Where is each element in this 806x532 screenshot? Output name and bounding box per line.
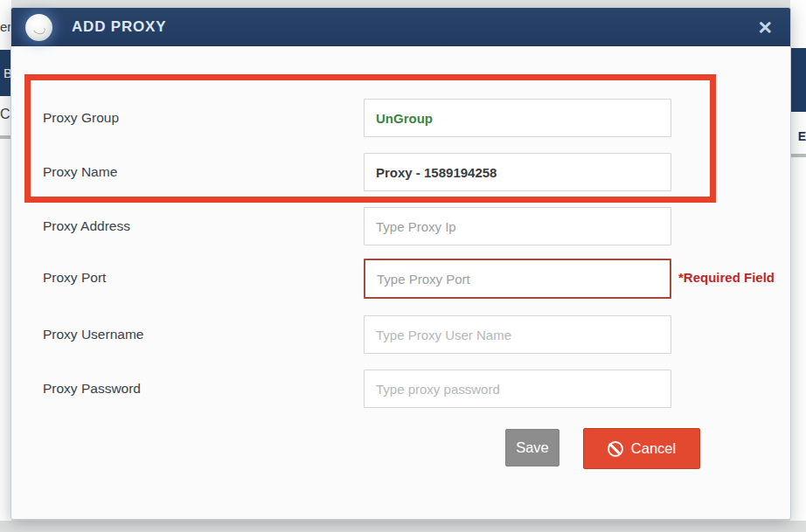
form-row-proxy-password: Proxy Password [11,370,790,408]
close-icon[interactable]: ✕ [754,17,776,38]
save-button[interactable]: Save [505,429,559,466]
proxy-username-input[interactable] [364,315,671,354]
cancel-prohibition-icon [608,441,623,457]
cancel-button-label: Cancel [631,440,676,457]
proxy-address-input[interactable] [364,207,671,245]
background-navy-block-right [791,48,806,112]
proxy-port-input[interactable] [364,259,671,299]
background-text-fragment: E [798,129,806,143]
required-field-note: *Required Field [678,270,775,285]
form-row-proxy-name: Proxy Name [11,153,790,191]
dialog-title: ADD PROXY [72,18,166,36]
proxy-port-label: Proxy Port [43,259,106,297]
proxy-password-label: Proxy Password [43,370,141,408]
background-text-fragment: C [0,107,10,122]
form-row-proxy-username: Proxy Username [11,315,790,354]
proxy-group-input[interactable] [364,99,671,137]
form-row-proxy-address: Proxy Address [11,207,790,245]
proxy-group-label: Proxy Group [43,99,119,137]
proxy-name-input[interactable] [364,153,671,191]
background-divider [791,154,806,157]
dialog-header: ADD PROXY ✕ [11,8,790,46]
form-row-proxy-port: Proxy Port [11,259,790,297]
proxy-password-input[interactable] [364,370,671,408]
background-page-bottom [0,521,806,532]
proxy-username-label: Proxy Username [43,315,143,354]
proxy-name-label: Proxy Name [43,153,117,191]
cancel-button[interactable]: Cancel [583,428,700,469]
add-proxy-dialog: ADD PROXY ✕ Proxy Group Proxy Name Proxy… [10,7,791,520]
app-logo-icon [25,14,52,41]
form-row-proxy-group: Proxy Group [11,99,790,137]
proxy-address-label: Proxy Address [43,207,130,245]
